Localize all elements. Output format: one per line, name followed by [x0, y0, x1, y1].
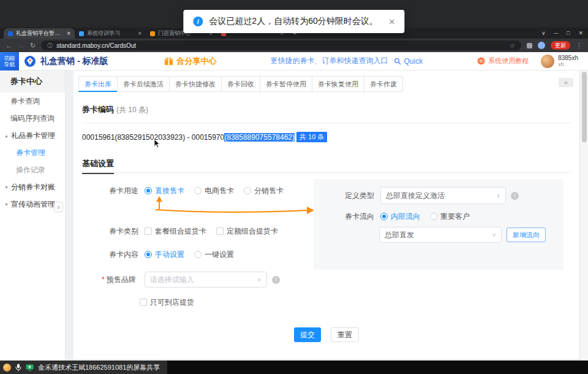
sidebar-item-card-query[interactable]: 券卡查询	[0, 93, 65, 110]
quick-label: Quick	[404, 57, 423, 66]
tab-search-icon[interactable]: ∨	[541, 30, 546, 36]
chrome-update-button[interactable]: 更新	[551, 41, 570, 50]
checkbox-label: 定额组合提货卡	[227, 226, 278, 237]
tabs-expand-button[interactable]: »	[559, 78, 573, 87]
flow-select[interactable]: 总部直发 ∨	[379, 227, 502, 243]
share-center-link[interactable]: 合分享中心	[164, 56, 216, 67]
toast-close-icon[interactable]: ×	[389, 17, 395, 27]
flow-row: 券卡流向 内部流向 重要客户	[345, 210, 480, 223]
sidebar-item-code-seq-query[interactable]: 编码序列查询	[0, 110, 65, 127]
radio-label: 直接售卡	[155, 186, 184, 196]
tab-card-quick-edit[interactable]: 券卡快捷修改	[169, 76, 222, 92]
tab-card-activate[interactable]: 券卡后续激活	[117, 76, 170, 92]
usage-label: 券卡用途	[109, 186, 140, 196]
share-center-label: 合分享中心	[176, 56, 216, 67]
checkbox-store-pickup-only[interactable]: 只可到店提货	[140, 297, 194, 308]
add-flow-button[interactable]: 新增流向	[507, 227, 546, 242]
checkbox-icon	[216, 227, 224, 235]
caret-down-icon: ▼	[4, 202, 9, 207]
tab-card-suspend[interactable]: 券卡暂停使用	[260, 76, 312, 92]
sidebar: 券卡中心 券卡查询 编码序列查询 ▲ 礼品券卡管理 券卡管理 操作记录 ▼ 分销…	[0, 71, 66, 361]
radio-manual-setup[interactable]: 手动设置	[145, 250, 184, 260]
tutorial-link[interactable]: 系统使用教程	[477, 56, 529, 66]
tab-close-icon[interactable]: ×	[67, 31, 70, 37]
quick-entry-link[interactable]: 更快捷的券卡、订单和快递查询入口	[270, 56, 388, 66]
radio-icon	[194, 251, 202, 258]
minimize-icon[interactable]: ─	[554, 30, 558, 36]
radio-one-click-setup[interactable]: 一键设置	[194, 250, 234, 260]
reload-icon[interactable]: ↻	[30, 42, 36, 49]
card-code-range: 00015961(8385291502033923) - 00015970(83…	[82, 132, 327, 142]
extensions-icon[interactable]	[527, 43, 532, 48]
browser-tab-2[interactable]: 系统培训学习 ×	[75, 28, 146, 39]
tab-title: 系统培训学习	[87, 29, 135, 37]
radio-icon	[380, 213, 388, 220]
maximize-icon[interactable]: □	[567, 30, 570, 36]
tab-close-icon[interactable]: ×	[138, 31, 141, 37]
define-type-row: 定义类型 总部直接定义激活 ∨ !	[345, 187, 519, 204]
bookmark-star-icon[interactable]: ☆	[510, 42, 515, 49]
sidebar-group-gift-card-mgmt[interactable]: ▲ 礼品券卡管理	[0, 127, 65, 144]
url-text: standard.maboy.cn/CardsOut	[56, 42, 506, 49]
radio-icon	[244, 187, 251, 194]
chevron-down-icon: ∨	[492, 232, 496, 238]
sidebar-collapse-handle[interactable]: ≡	[54, 202, 63, 212]
scrollbar-thumb[interactable]	[582, 72, 587, 142]
checkbox-label: 只可到店提货	[150, 297, 194, 308]
browser-tab-1[interactable]: 礼盒营销平台管理中心 ×	[4, 28, 75, 39]
reset-button[interactable]: 重置	[331, 327, 359, 342]
checkbox-icon	[145, 227, 152, 235]
store-only-row: 只可到店提货	[140, 296, 204, 308]
codes-title-text: 券卡编码	[82, 105, 114, 114]
sidebar-item-operation-log[interactable]: 操作记录	[0, 161, 65, 178]
user-sub: xh.	[558, 61, 578, 67]
submit-button[interactable]: 提交	[294, 327, 321, 342]
quick-search-link[interactable]: Quick	[394, 57, 423, 66]
card-tabs: 券卡出库 券卡后续激活 券卡快捷修改 券卡回收 券卡暂停使用 券卡恢复使用 券卡…	[78, 76, 403, 92]
content-row: 券卡内容 手动设置 一键设置	[109, 248, 244, 261]
define-type-info-icon[interactable]: !	[511, 192, 519, 200]
user-info[interactable]: 8385xh xh.	[541, 55, 578, 68]
tab-favicon	[8, 31, 13, 36]
flow-label: 券卡流向	[345, 212, 375, 222]
codes-section-title: 券卡编码(共 10 条)	[82, 104, 148, 115]
tab-card-outbound[interactable]: 券卡出库	[78, 76, 118, 92]
window-controls: ∨ ─ □ ✕	[541, 29, 583, 37]
checkbox-fixed-combo-pickup-card[interactable]: 定额组合提货卡	[216, 226, 278, 237]
browser-menu-icon[interactable]: ⋮	[576, 42, 582, 50]
brand-label: 预售品牌	[107, 275, 137, 285]
user-name: 8385xh	[558, 55, 578, 61]
radio-ecommerce-sale[interactable]: 电商售卡	[194, 186, 234, 196]
brand-select[interactable]: 请选择或输入 ∨	[145, 272, 267, 288]
microphone-icon[interactable]	[15, 364, 21, 372]
window-close-icon[interactable]: ✕	[578, 30, 583, 36]
back-icon[interactable]: ←	[6, 42, 12, 49]
site-info-icon[interactable]: ⓘ	[47, 42, 53, 50]
tab-card-restore[interactable]: 券卡恢复使用	[312, 76, 364, 92]
chevron-down-icon: ∨	[496, 193, 500, 199]
tab-card-void[interactable]: 券卡作废	[364, 76, 403, 92]
url-field[interactable]: ⓘ standard.maboy.cn/CardsOut ☆	[41, 40, 521, 50]
toolbar-right: 更新 ⋮	[527, 41, 582, 50]
brand-info-icon[interactable]: !	[272, 276, 280, 284]
page-scrollbar[interactable]	[579, 52, 588, 361]
sidebar-group-distribution-recon[interactable]: ▼ 分销券卡对账	[0, 178, 65, 196]
meeting-toast: i 会议已超过2人，自动转为60分钟限时会议。 ×	[183, 10, 404, 33]
search-icon	[394, 58, 401, 65]
sidebar-group-label: 宣传动画管理	[11, 199, 55, 210]
mouse-cursor	[154, 139, 161, 148]
forward-icon[interactable]: →	[18, 42, 24, 49]
caret-up-icon: ▲	[4, 134, 9, 138]
profile-avatar[interactable]	[538, 42, 545, 49]
headset-icon	[477, 57, 485, 65]
tab-card-recycle[interactable]: 券卡回收	[221, 76, 260, 92]
function-nav-button[interactable]: 功能 导航	[0, 52, 19, 71]
radio-distribution-sale[interactable]: 分销售卡	[244, 186, 284, 196]
sidebar-item-card-mgmt[interactable]: 券卡管理	[0, 144, 65, 161]
radio-internal-flow[interactable]: 内部流向	[380, 212, 420, 222]
radio-direct-sale[interactable]: 直接售卡	[145, 186, 184, 196]
radio-important-customer[interactable]: 重要客户	[430, 212, 470, 222]
define-type-select[interactable]: 总部直接定义激活 ∨	[380, 187, 506, 204]
checkbox-combo-pickup-card[interactable]: 套餐组合提货卡	[145, 226, 206, 237]
sidebar-group-label: 礼品券卡管理	[11, 131, 55, 141]
